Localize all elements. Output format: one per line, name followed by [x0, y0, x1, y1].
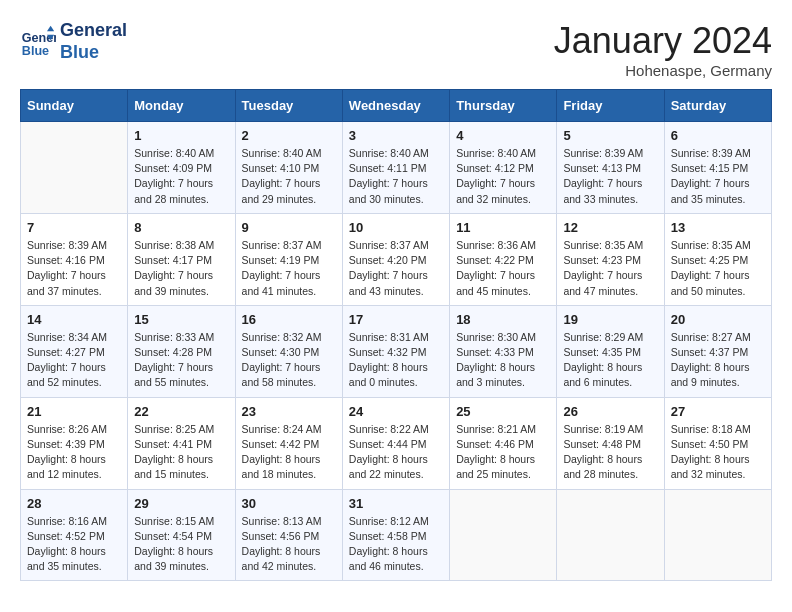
- calendar-cell: 8Sunrise: 8:38 AMSunset: 4:17 PMDaylight…: [128, 213, 235, 305]
- calendar-cell: 29Sunrise: 8:15 AMSunset: 4:54 PMDayligh…: [128, 489, 235, 581]
- weekday-header-sunday: Sunday: [21, 90, 128, 122]
- location: Hohenaspe, Germany: [554, 62, 772, 79]
- day-info: Sunrise: 8:33 AMSunset: 4:28 PMDaylight:…: [134, 330, 228, 391]
- day-info: Sunrise: 8:12 AMSunset: 4:58 PMDaylight:…: [349, 514, 443, 575]
- logo-blue: Blue: [60, 42, 127, 64]
- day-info: Sunrise: 8:27 AMSunset: 4:37 PMDaylight:…: [671, 330, 765, 391]
- day-number: 14: [27, 312, 121, 327]
- calendar-cell: 9Sunrise: 8:37 AMSunset: 4:19 PMDaylight…: [235, 213, 342, 305]
- calendar-cell: 21Sunrise: 8:26 AMSunset: 4:39 PMDayligh…: [21, 397, 128, 489]
- day-number: 6: [671, 128, 765, 143]
- day-number: 11: [456, 220, 550, 235]
- day-info: Sunrise: 8:37 AMSunset: 4:20 PMDaylight:…: [349, 238, 443, 299]
- calendar-cell: 24Sunrise: 8:22 AMSunset: 4:44 PMDayligh…: [342, 397, 449, 489]
- calendar-cell: 3Sunrise: 8:40 AMSunset: 4:11 PMDaylight…: [342, 122, 449, 214]
- day-number: 19: [563, 312, 657, 327]
- day-number: 8: [134, 220, 228, 235]
- calendar-cell: [21, 122, 128, 214]
- weekday-header-monday: Monday: [128, 90, 235, 122]
- day-number: 30: [242, 496, 336, 511]
- day-info: Sunrise: 8:30 AMSunset: 4:33 PMDaylight:…: [456, 330, 550, 391]
- weekday-header-row: SundayMondayTuesdayWednesdayThursdayFrid…: [21, 90, 772, 122]
- day-number: 26: [563, 404, 657, 419]
- day-info: Sunrise: 8:16 AMSunset: 4:52 PMDaylight:…: [27, 514, 121, 575]
- calendar-cell: 23Sunrise: 8:24 AMSunset: 4:42 PMDayligh…: [235, 397, 342, 489]
- day-number: 10: [349, 220, 443, 235]
- day-info: Sunrise: 8:37 AMSunset: 4:19 PMDaylight:…: [242, 238, 336, 299]
- day-info: Sunrise: 8:40 AMSunset: 4:11 PMDaylight:…: [349, 146, 443, 207]
- calendar-week-row: 28Sunrise: 8:16 AMSunset: 4:52 PMDayligh…: [21, 489, 772, 581]
- day-info: Sunrise: 8:24 AMSunset: 4:42 PMDaylight:…: [242, 422, 336, 483]
- calendar-cell: 22Sunrise: 8:25 AMSunset: 4:41 PMDayligh…: [128, 397, 235, 489]
- title-block: January 2024 Hohenaspe, Germany: [554, 20, 772, 79]
- day-number: 20: [671, 312, 765, 327]
- day-number: 23: [242, 404, 336, 419]
- day-info: Sunrise: 8:29 AMSunset: 4:35 PMDaylight:…: [563, 330, 657, 391]
- calendar-cell: 25Sunrise: 8:21 AMSunset: 4:46 PMDayligh…: [450, 397, 557, 489]
- day-info: Sunrise: 8:39 AMSunset: 4:13 PMDaylight:…: [563, 146, 657, 207]
- calendar-week-row: 14Sunrise: 8:34 AMSunset: 4:27 PMDayligh…: [21, 305, 772, 397]
- calendar-week-row: 7Sunrise: 8:39 AMSunset: 4:16 PMDaylight…: [21, 213, 772, 305]
- day-info: Sunrise: 8:35 AMSunset: 4:25 PMDaylight:…: [671, 238, 765, 299]
- calendar-cell: 26Sunrise: 8:19 AMSunset: 4:48 PMDayligh…: [557, 397, 664, 489]
- day-number: 17: [349, 312, 443, 327]
- day-info: Sunrise: 8:40 AMSunset: 4:12 PMDaylight:…: [456, 146, 550, 207]
- calendar-cell: 10Sunrise: 8:37 AMSunset: 4:20 PMDayligh…: [342, 213, 449, 305]
- calendar-cell: 4Sunrise: 8:40 AMSunset: 4:12 PMDaylight…: [450, 122, 557, 214]
- day-number: 18: [456, 312, 550, 327]
- day-info: Sunrise: 8:15 AMSunset: 4:54 PMDaylight:…: [134, 514, 228, 575]
- day-info: Sunrise: 8:40 AMSunset: 4:10 PMDaylight:…: [242, 146, 336, 207]
- day-info: Sunrise: 8:34 AMSunset: 4:27 PMDaylight:…: [27, 330, 121, 391]
- day-number: 3: [349, 128, 443, 143]
- calendar-cell: 30Sunrise: 8:13 AMSunset: 4:56 PMDayligh…: [235, 489, 342, 581]
- calendar-cell: 5Sunrise: 8:39 AMSunset: 4:13 PMDaylight…: [557, 122, 664, 214]
- calendar-cell: 19Sunrise: 8:29 AMSunset: 4:35 PMDayligh…: [557, 305, 664, 397]
- logo: General Blue General Blue: [20, 20, 127, 63]
- calendar-cell: 31Sunrise: 8:12 AMSunset: 4:58 PMDayligh…: [342, 489, 449, 581]
- day-number: 27: [671, 404, 765, 419]
- day-info: Sunrise: 8:39 AMSunset: 4:16 PMDaylight:…: [27, 238, 121, 299]
- day-info: Sunrise: 8:38 AMSunset: 4:17 PMDaylight:…: [134, 238, 228, 299]
- calendar-cell: 13Sunrise: 8:35 AMSunset: 4:25 PMDayligh…: [664, 213, 771, 305]
- day-info: Sunrise: 8:25 AMSunset: 4:41 PMDaylight:…: [134, 422, 228, 483]
- day-number: 21: [27, 404, 121, 419]
- day-info: Sunrise: 8:35 AMSunset: 4:23 PMDaylight:…: [563, 238, 657, 299]
- weekday-header-saturday: Saturday: [664, 90, 771, 122]
- calendar-cell: 20Sunrise: 8:27 AMSunset: 4:37 PMDayligh…: [664, 305, 771, 397]
- calendar-cell: 14Sunrise: 8:34 AMSunset: 4:27 PMDayligh…: [21, 305, 128, 397]
- day-info: Sunrise: 8:40 AMSunset: 4:09 PMDaylight:…: [134, 146, 228, 207]
- weekday-header-wednesday: Wednesday: [342, 90, 449, 122]
- day-info: Sunrise: 8:19 AMSunset: 4:48 PMDaylight:…: [563, 422, 657, 483]
- calendar-cell: 7Sunrise: 8:39 AMSunset: 4:16 PMDaylight…: [21, 213, 128, 305]
- day-number: 22: [134, 404, 228, 419]
- calendar-cell: 2Sunrise: 8:40 AMSunset: 4:10 PMDaylight…: [235, 122, 342, 214]
- calendar-cell: 28Sunrise: 8:16 AMSunset: 4:52 PMDayligh…: [21, 489, 128, 581]
- calendar-cell: 27Sunrise: 8:18 AMSunset: 4:50 PMDayligh…: [664, 397, 771, 489]
- day-number: 29: [134, 496, 228, 511]
- day-number: 25: [456, 404, 550, 419]
- day-info: Sunrise: 8:36 AMSunset: 4:22 PMDaylight:…: [456, 238, 550, 299]
- day-number: 4: [456, 128, 550, 143]
- day-info: Sunrise: 8:13 AMSunset: 4:56 PMDaylight:…: [242, 514, 336, 575]
- day-number: 5: [563, 128, 657, 143]
- calendar-cell: 1Sunrise: 8:40 AMSunset: 4:09 PMDaylight…: [128, 122, 235, 214]
- day-info: Sunrise: 8:21 AMSunset: 4:46 PMDaylight:…: [456, 422, 550, 483]
- day-info: Sunrise: 8:18 AMSunset: 4:50 PMDaylight:…: [671, 422, 765, 483]
- day-info: Sunrise: 8:39 AMSunset: 4:15 PMDaylight:…: [671, 146, 765, 207]
- day-number: 24: [349, 404, 443, 419]
- calendar-cell: 11Sunrise: 8:36 AMSunset: 4:22 PMDayligh…: [450, 213, 557, 305]
- day-number: 13: [671, 220, 765, 235]
- calendar-cell: [664, 489, 771, 581]
- calendar-cell: [557, 489, 664, 581]
- weekday-header-tuesday: Tuesday: [235, 90, 342, 122]
- calendar-cell: [450, 489, 557, 581]
- logo-icon: General Blue: [20, 24, 56, 60]
- day-info: Sunrise: 8:31 AMSunset: 4:32 PMDaylight:…: [349, 330, 443, 391]
- day-number: 7: [27, 220, 121, 235]
- day-number: 2: [242, 128, 336, 143]
- day-number: 28: [27, 496, 121, 511]
- day-number: 12: [563, 220, 657, 235]
- calendar-cell: 16Sunrise: 8:32 AMSunset: 4:30 PMDayligh…: [235, 305, 342, 397]
- calendar-cell: 12Sunrise: 8:35 AMSunset: 4:23 PMDayligh…: [557, 213, 664, 305]
- calendar-cell: 6Sunrise: 8:39 AMSunset: 4:15 PMDaylight…: [664, 122, 771, 214]
